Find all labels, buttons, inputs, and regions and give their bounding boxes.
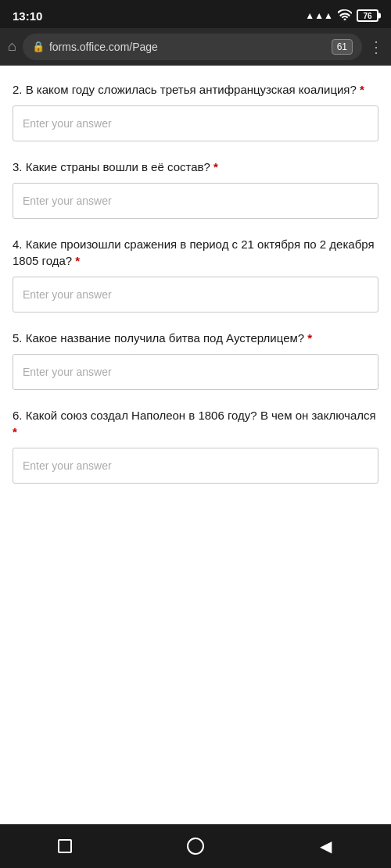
signal-icon: ▲▲▲: [305, 10, 333, 21]
question-text-q2: 2. В каком году сложилась третья антифра…: [13, 81, 378, 98]
battery-indicator: 76: [357, 9, 378, 22]
question-block-q5: 5. Какое название получила битва под Аус…: [13, 330, 378, 390]
question-block-q4: 4. Какие произошли сражения в период с 2…: [13, 236, 378, 313]
wifi-icon: [338, 9, 352, 23]
required-star-q3: *: [213, 160, 218, 173]
recent-icon: [58, 839, 72, 853]
status-icons: ▲▲▲ 76: [305, 9, 378, 23]
lock-icon: 🔒: [32, 41, 45, 52]
tab-badge[interactable]: 61: [332, 39, 353, 55]
question-block-q6: 6. Какой союз создал Наполеон в 1806 год…: [13, 407, 378, 484]
home-icon[interactable]: ⌂: [8, 38, 16, 55]
answer-input-q3[interactable]: [13, 183, 378, 219]
nav-recent-button[interactable]: [48, 829, 82, 863]
more-options-icon[interactable]: ⋮: [368, 38, 383, 56]
question-text-q3: 3. Какие страны вошли в её состав? *: [13, 159, 378, 175]
required-star-q4: *: [75, 254, 80, 267]
bottom-nav: ◀: [0, 824, 391, 868]
required-star-q2: *: [360, 83, 364, 96]
back-icon: ◀: [320, 837, 332, 855]
nav-home-button[interactable]: [178, 829, 213, 863]
status-time: 13:10: [13, 9, 42, 23]
main-content: 2. В каком году сложилась третья антифра…: [0, 66, 391, 824]
required-star-q6: *: [13, 425, 17, 438]
required-star-q5: *: [307, 331, 312, 345]
answer-input-q5[interactable]: [13, 354, 378, 390]
nav-back-button[interactable]: ◀: [309, 829, 343, 863]
question-text-q6: 6. Какой союз создал Наполеон в 1806 год…: [13, 407, 378, 440]
answer-input-q6[interactable]: [13, 448, 378, 484]
answer-input-q4[interactable]: [13, 277, 378, 313]
url-text: forms.office.com/Page: [49, 41, 327, 53]
question-text-q5: 5. Какое название получила битва под Аус…: [13, 330, 378, 346]
home-nav-icon: [187, 838, 204, 855]
address-bar: ⌂ 🔒 forms.office.com/Page 61 ⋮: [0, 28, 391, 66]
question-text-q4: 4. Какие произошли сражения в период с 2…: [13, 236, 378, 269]
status-bar: 13:10 ▲▲▲ 76: [0, 0, 391, 28]
question-block-q3: 3. Какие страны вошли в её состав? *: [13, 159, 378, 219]
answer-input-q2[interactable]: [13, 105, 378, 141]
question-block-q2: 2. В каком году сложилась третья антифра…: [13, 81, 378, 141]
url-bar[interactable]: 🔒 forms.office.com/Page 61: [23, 34, 362, 60]
